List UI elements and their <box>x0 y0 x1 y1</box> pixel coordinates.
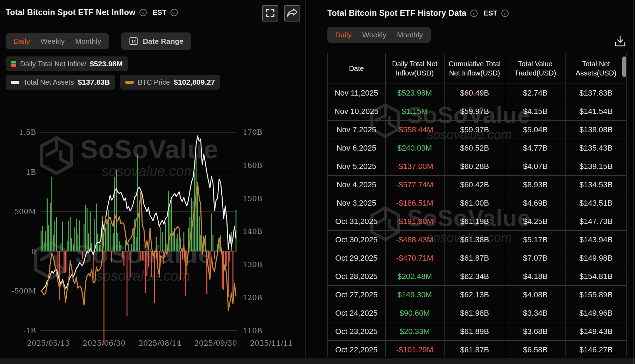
cell-value-traded: $8.93B <box>505 176 566 194</box>
table-row: Oct 30,2025-$488.43M$61.38B$5.17B$143.94… <box>327 231 627 249</box>
cell-cumulative-inflow: $61.19B <box>445 212 505 230</box>
net-inflow-header: Total Bitcoin Spot ETF Net Inflow i EST … <box>6 0 178 25</box>
cell-value-traded: $4.69B <box>505 194 566 212</box>
svg-text:110B: 110B <box>243 327 262 335</box>
cell-cumulative-inflow: $62.13B <box>445 286 505 304</box>
legend-net-assets-value: $137.83B <box>78 78 110 86</box>
tab-daily[interactable]: Daily <box>13 37 30 46</box>
cell-daily-inflow: -$577.74M <box>386 176 445 194</box>
table-row: Nov 7,2025-$558.44M$59.97B$5.04B$138.08B <box>327 121 627 139</box>
cell-net-assets: $154.81B <box>566 267 627 285</box>
share-button[interactable] <box>284 5 300 22</box>
gridlines: 1.5B1B500M0-500M-1B170B160B150B140B130B1… <box>12 128 292 347</box>
cell-cumulative-inflow: $60.49B <box>445 84 505 102</box>
legend-net-inflow-label: Daily Total Net Inflow <box>20 60 86 68</box>
cell-daily-inflow: -$191.60M <box>386 212 445 230</box>
svg-text:0: 0 <box>31 247 36 256</box>
cell-daily-inflow: $20.33M <box>386 322 445 340</box>
table-row: Oct 28,2025$202.48M$62.34B$4.18B$154.81B <box>327 267 627 286</box>
svg-text:150B: 150B <box>243 194 262 203</box>
cell-date: Nov 11,2025 <box>327 84 386 102</box>
share-icon <box>287 8 297 19</box>
cell-daily-inflow: $1.15M <box>386 102 445 120</box>
legend-net-inflow[interactable]: Daily Total Net Inflow $523.98M <box>6 56 128 71</box>
title-info-icon[interactable]: i <box>139 9 147 16</box>
cell-date: Nov 5,2025 <box>327 157 386 175</box>
cell-value-traded: $4.15B <box>505 102 566 120</box>
cell-daily-inflow: $90.60M <box>386 304 445 322</box>
history-period-tabs: Daily Weekly Monthly <box>327 27 431 43</box>
cell-net-assets: $146.27B <box>566 341 627 357</box>
cell-cumulative-inflow: $60.42B <box>445 176 505 194</box>
fullscreen-button[interactable] <box>262 5 278 22</box>
history-data-panel: Total Bitcoin Spot ETF History Data i ES… <box>307 0 635 357</box>
history-tab-weekly[interactable]: Weekly <box>362 31 386 39</box>
table-row: Oct 22,2025-$101.29M$61.87B$6.58B$146.27… <box>327 341 627 357</box>
table-scrollbar-thumb[interactable] <box>622 56 626 77</box>
history-header: Total Bitcoin Spot ETF History Data i ES… <box>327 8 509 18</box>
cell-net-assets: $143.51B <box>566 194 627 212</box>
inflow-chart-area: SoSoValue sosovalue.com SoSoValue sosova… <box>0 102 304 353</box>
table-row: Nov 4,2025-$577.74M$60.42B$8.93B$134.53B <box>327 176 627 194</box>
svg-text:500M: 500M <box>14 207 36 216</box>
table-row: Nov 3,2025-$186.51M$61.00B$4.69B$143.51B <box>327 194 627 212</box>
net-inflow-panel: Total Bitcoin Spot ETF Net Inflow i EST … <box>0 0 304 357</box>
cell-daily-inflow: -$470.71M <box>386 249 445 267</box>
svg-text:170B: 170B <box>243 128 262 136</box>
cell-daily-inflow: -$137.00M <box>386 157 445 175</box>
cell-daily-inflow: -$488.43M <box>386 231 445 249</box>
svg-text:120B: 120B <box>243 293 262 302</box>
svg-text:2025/11/11: 2025/11/11 <box>250 339 292 347</box>
cell-daily-inflow: $240.03M <box>386 139 445 157</box>
cell-net-assets: $137.83B <box>566 84 627 102</box>
history-title: Total Bitcoin Spot ETF History Data <box>327 8 466 18</box>
tab-monthly[interactable]: Monthly <box>75 37 101 46</box>
cell-date: Nov 4,2025 <box>327 176 386 194</box>
download-button[interactable] <box>612 33 628 49</box>
history-tab-monthly[interactable]: Monthly <box>397 31 423 39</box>
cell-cumulative-inflow: $61.38B <box>445 231 505 249</box>
inflow-chart[interactable]: 1.5B1B500M0-500M-1B170B160B150B140B130B1… <box>0 102 304 353</box>
cell-value-traded: $7.07B <box>505 249 566 267</box>
col-header-daily-inflow: Daily Total Net Inflow(USD) <box>386 53 445 84</box>
cell-daily-inflow: -$101.29M <box>386 341 445 357</box>
cell-net-assets: $138.08B <box>566 121 627 139</box>
svg-text:140B: 140B <box>243 227 262 236</box>
chart-controls: Daily Weekly Monthly 12 Date Range <box>6 32 191 50</box>
cell-date: Nov 10,2025 <box>327 102 386 120</box>
cell-cumulative-inflow: $59.97B <box>445 102 505 120</box>
table-row: Nov 10,2025$1.15M$59.97B$4.15B$141.54B <box>327 102 627 121</box>
svg-text:1.5B: 1.5B <box>19 128 36 136</box>
date-range-button[interactable]: 12 Date Range <box>121 32 192 50</box>
table-row: Oct 24,2025$90.60M$61.98B$3.34B$149.96B <box>327 304 627 322</box>
cell-cumulative-inflow: $60.52B <box>445 139 505 157</box>
net-inflow-title: Total Bitcoin Spot ETF Net Inflow <box>6 8 135 17</box>
cell-cumulative-inflow: $61.87B <box>445 249 505 267</box>
est-info-icon[interactable]: i <box>170 9 178 16</box>
col-header-date: Date <box>327 53 386 84</box>
svg-text:-500M: -500M <box>12 287 36 295</box>
legend-btc-price-value: $102,809.27 <box>174 78 215 86</box>
est-label: EST <box>153 8 167 17</box>
cell-date: Oct 29,2025 <box>327 249 386 267</box>
col-header-net-assets: Total Net Assets(USD) <box>566 53 627 84</box>
cell-net-assets: $147.73B <box>566 212 627 230</box>
fullscreen-icon <box>266 9 274 18</box>
svg-text:-1B: -1B <box>23 327 36 335</box>
history-title-info-icon[interactable]: i <box>470 10 478 17</box>
legend-net-assets[interactable]: Total Net Assets $137.83B <box>6 75 115 90</box>
cell-cumulative-inflow: $60.28B <box>445 157 505 175</box>
cell-cumulative-inflow: $59.97B <box>445 121 505 139</box>
cell-net-assets: $149.96B <box>566 304 627 322</box>
history-tab-daily[interactable]: Daily <box>335 31 352 39</box>
header-divider <box>4 25 300 25</box>
history-est-info-icon[interactable]: i <box>501 10 509 17</box>
cell-net-assets: $143.94B <box>566 231 627 249</box>
cell-value-traded: $4.25B <box>505 212 566 230</box>
cell-date: Nov 7,2025 <box>327 121 386 139</box>
legend-row-2: Total Net Assets $137.83B BTC Price $102… <box>6 75 220 90</box>
legend-btc-price[interactable]: BTC Price $102,809.27 <box>120 75 220 90</box>
cell-value-traded: $4.77B <box>505 139 566 157</box>
page-scrollbar-track[interactable] <box>634 0 634 364</box>
tab-weekly[interactable]: Weekly <box>41 37 65 46</box>
